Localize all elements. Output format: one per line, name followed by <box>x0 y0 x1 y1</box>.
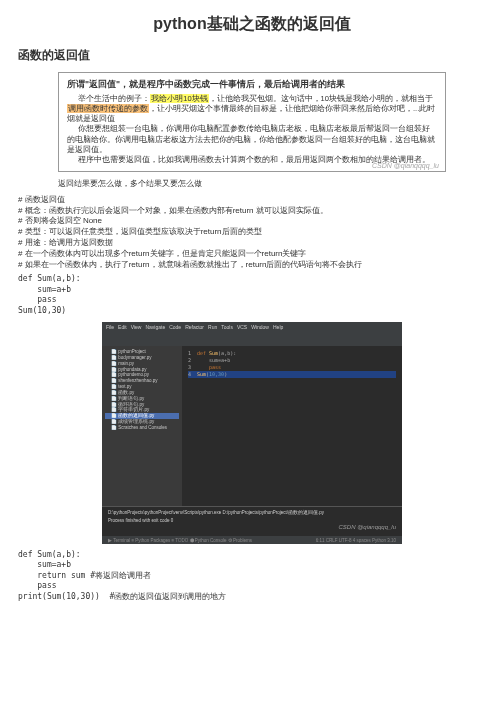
bullet-item: # 在一个函数体内可以出现多个return关键字，但是肯定只能返回一个retur… <box>18 249 486 260</box>
code-editor: 1 def Sum(a,b):2 sum=a+b3 pass4 Sum(10,3… <box>182 346 402 506</box>
ide-screenshot: FileEditViewNavigateCodeRefactorRunTools… <box>102 322 402 544</box>
bullet-item: # 用途：给调用方返回数据 <box>18 238 486 249</box>
subtext: 返回结果要怎么做，多个结果又要怎么做 <box>58 178 486 189</box>
ide-statusbar: ▶ Terminal ≡ Python Packages ≡ TODO ⬢ Py… <box>102 536 402 544</box>
menu-item: Navigate <box>145 324 165 330</box>
box-title: 所谓"返回值"，就是程序中函数完成一件事情后，最后给调用者的结果 <box>67 79 437 91</box>
editor-line: 3 pass <box>188 364 396 371</box>
bullet-item: # 如果在一个函数体内，执行了return，就意味着函数就推出了，return后… <box>18 260 486 271</box>
menu-item: VCS <box>237 324 247 330</box>
page-title: python基础之函数的返回值 <box>18 14 486 35</box>
menu-item: View <box>131 324 142 330</box>
menu-item: Tools <box>221 324 233 330</box>
run-console: D:\pythonProjects\pythonProject\venv\Scr… <box>102 506 402 536</box>
bullet-list: # 函数返回值# 概念：函数执行完以后会返回一个对象，如果在函数内部有retur… <box>18 195 486 271</box>
tree-item: 📄 Scratches and Consoles <box>105 425 179 431</box>
code-block-1: def Sum(a,b): sum=a+b pass Sum(10,30) <box>18 274 486 316</box>
menu-item: Run <box>208 324 217 330</box>
explanation-box: 所谓"返回值"，就是程序中函数完成一件事情后，最后给调用者的结果 举个生活中的例… <box>58 72 446 172</box>
bullet-item: # 类型：可以返回任意类型，返回值类型应该取决于return后面的类型 <box>18 227 486 238</box>
editor-line: 4 Sum(10,30) <box>188 371 396 378</box>
editor-line: 2 sum=a+b <box>188 357 396 364</box>
bullet-item: # 否则将会返回空 None <box>18 216 486 227</box>
bullet-item: # 函数返回值 <box>18 195 486 206</box>
menu-item: Help <box>273 324 283 330</box>
csdn-watermark: CSDN @qianqqqq_lu <box>372 162 439 169</box>
project-tree: 📄 pythonProject📄 bodymanager.py📄 main.py… <box>102 346 182 506</box>
highlight-orange: 调用函数时传递的参数 <box>67 104 149 113</box>
box-line: 举个生活中的例子：我给小明10块钱，让他给我买包烟。这句话中，10块钱是我给小明… <box>67 94 437 124</box>
box-line: 你想要想组装一台电脑，你调用你电脑配置参数传给电脑店老板，电脑店老板最后帮返回一… <box>67 124 437 154</box>
console-cmd: D:\pythonProjects\pythonProject\venv\Scr… <box>108 510 396 515</box>
csdn-watermark: CSDN @qianqqqq_lu <box>339 524 396 530</box>
ide-menubar: FileEditViewNavigateCodeRefactorRunTools… <box>102 322 402 332</box>
ide-toolbar <box>102 332 402 346</box>
code-block-2: def Sum(a,b): sum=a+b return sum #将返回给调用… <box>18 550 486 602</box>
section-heading: 函数的返回值 <box>18 47 486 64</box>
menu-item: Window <box>251 324 269 330</box>
menu-item: Refactor <box>185 324 204 330</box>
highlight-yellow: 我给小明10块钱 <box>150 94 208 103</box>
console-output: Process finished with exit code 0 <box>108 518 396 523</box>
editor-line: 1 def Sum(a,b): <box>188 350 396 357</box>
menu-item: Code <box>169 324 181 330</box>
menu-item: Edit <box>118 324 127 330</box>
menu-item: File <box>106 324 114 330</box>
bullet-item: # 概念：函数执行完以后会返回一个对象，如果在函数内部有return 就可以返回… <box>18 206 486 217</box>
